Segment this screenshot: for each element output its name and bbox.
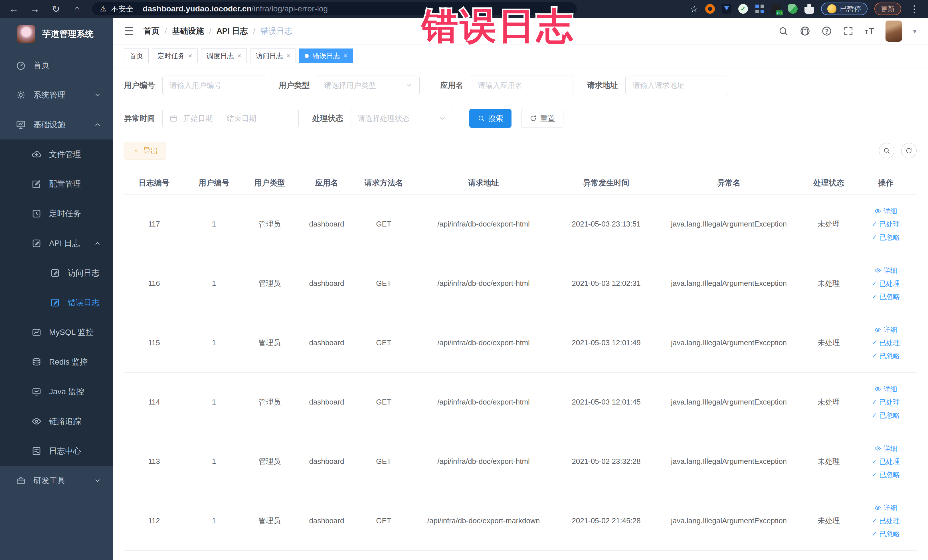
detail-link[interactable]: 详细	[875, 385, 897, 394]
extension-check-icon[interactable]	[738, 4, 748, 14]
mark-processed-link[interactable]: ✓已处理	[872, 279, 900, 288]
mark-processed-link[interactable]: ✓已处理	[872, 457, 900, 466]
fullscreen-icon[interactable]	[843, 26, 854, 37]
profile-paused-chip[interactable]: 已暂停	[821, 3, 867, 15]
help-icon[interactable]	[821, 26, 832, 37]
mark-processed-link[interactable]: ✓已处理	[872, 398, 900, 407]
reset-button[interactable]: 重置	[521, 109, 563, 128]
extension-leaf-icon[interactable]	[788, 4, 798, 14]
app-name-cell: dashboard	[295, 372, 358, 432]
mark-processed-link[interactable]: ✓已处理	[872, 338, 900, 348]
url-path: /infra/log/api-error-log	[252, 4, 328, 13]
monitor-icon	[16, 119, 26, 130]
search-icon[interactable]	[778, 26, 789, 37]
font-size-icon[interactable]: TT	[865, 26, 875, 36]
detail-link[interactable]: 详细	[875, 444, 897, 453]
mark-ignored-link[interactable]: ✓已忽略	[872, 292, 900, 301]
sidebar-item-file-management[interactable]: 文件管理	[0, 139, 113, 169]
browser-home-icon[interactable]: ⌂	[71, 3, 83, 15]
browser-reload-icon[interactable]: ↻	[50, 3, 62, 15]
browser-back-icon[interactable]: ←	[8, 3, 20, 15]
detail-link[interactable]: 详细	[875, 325, 897, 334]
detail-link[interactable]: 详细	[875, 266, 897, 275]
sidebar-item-trace[interactable]: 链路追踪	[0, 406, 113, 436]
hamburger-icon[interactable]: ☰	[124, 25, 134, 37]
not-secure-warning-icon[interactable]: ⚠	[100, 5, 107, 14]
request-url-field[interactable]	[625, 76, 728, 95]
tab-access-log[interactable]: 访问日志×	[250, 49, 296, 63]
sidebar-item-redis-monitor[interactable]: Redis 监控	[0, 347, 113, 377]
user-type-select[interactable]: 请选择用户类型	[317, 76, 420, 95]
user-avatar[interactable]	[885, 21, 902, 42]
export-button[interactable]: 导出	[124, 142, 166, 159]
tab-schedule-log[interactable]: 调度日志×	[201, 49, 247, 63]
app-name-field[interactable]	[471, 76, 573, 95]
mark-ignored-link[interactable]: ✓已忽略	[872, 411, 900, 420]
avatar-caret-icon[interactable]: ▾	[913, 27, 917, 36]
exception-name-cell: java.lang.IllegalArgumentException	[655, 432, 803, 491]
exception-name-cell: java.lang.IllegalArgumentException	[655, 254, 803, 313]
mark-ignored-link[interactable]: ✓已忽略	[872, 529, 900, 539]
bookmark-star-icon[interactable]: ☆	[690, 3, 698, 14]
extension-grid-icon[interactable]	[755, 4, 765, 14]
sidebar-item-home[interactable]: 首页	[0, 50, 113, 80]
request-url-input[interactable]	[632, 81, 721, 90]
exception-time-range-picker[interactable]: 开始日期 - 结束日期	[162, 109, 299, 128]
table-row: 113 1 管理员 dashboard GET /api/infra/db-do…	[124, 432, 917, 491]
process-status-select[interactable]: 请选择处理状态	[351, 109, 453, 128]
mark-ignored-link[interactable]: ✓已忽略	[872, 233, 900, 242]
breadcrumb-api-log[interactable]: API 日志	[217, 26, 248, 37]
browser-menu-icon[interactable]: ⋮	[908, 3, 920, 14]
sidebar-item-dev-tools[interactable]: 研发工具	[0, 466, 113, 496]
github-icon[interactable]	[800, 26, 810, 37]
operations-cell: 详细 ✓已处理 ✓已忽略	[855, 491, 917, 551]
sidebar-logo[interactable]: 芋道管理系统	[0, 18, 113, 50]
sidebar-item-scheduled-jobs[interactable]: 定时任务	[0, 199, 113, 229]
breadcrumb-error-log: 错误日志	[261, 26, 292, 37]
tab-error-log[interactable]: 错误日志×	[299, 49, 353, 63]
toggle-search-button[interactable]	[879, 143, 894, 158]
browser-forward-icon[interactable]: →	[29, 3, 41, 15]
mark-ignored-link[interactable]: ✓已忽略	[872, 351, 900, 360]
sidebar-item-error-log[interactable]: 错误日志	[0, 288, 113, 317]
user-id-field[interactable]	[162, 76, 265, 95]
column-header: 异常发生时间	[558, 171, 655, 195]
mark-ignored-link[interactable]: ✓已忽略	[872, 470, 900, 479]
browser-update-button[interactable]: 更新	[875, 3, 901, 15]
extension-shield-icon[interactable]	[722, 4, 731, 14]
sidebar-item-api-log[interactable]: API 日志	[0, 229, 113, 258]
sidebar-item-log-center[interactable]: 日志中心	[0, 436, 113, 466]
tab-home[interactable]: 首页	[124, 49, 149, 63]
search-button[interactable]: 搜索	[469, 109, 511, 128]
refresh-button[interactable]	[901, 143, 917, 158]
breadcrumb-home[interactable]: 首页	[143, 26, 159, 37]
sidebar-item-java-monitor[interactable]: Java 监控	[0, 377, 113, 406]
extension-switch-icon[interactable]	[771, 4, 781, 14]
sidebar-item-config-management[interactable]: 配置管理	[0, 169, 113, 199]
request-url-cell: /api/infra/db-doc/export-markdown	[409, 491, 558, 551]
detail-link[interactable]: 详细	[875, 503, 897, 512]
browser-toolbar: ← → ↻ ⌂ ⚠ 不安全 dashboard.yudao.iocoder.cn…	[0, 0, 928, 18]
extensions-puzzle-icon[interactable]	[804, 4, 814, 14]
sidebar-item-access-log[interactable]: 访问日志	[0, 258, 113, 288]
close-icon[interactable]: ×	[237, 52, 241, 60]
sidebar-item-system[interactable]: 系统管理	[0, 80, 113, 110]
request-url-cell: /api/infra/db-doc/export-html	[409, 195, 558, 254]
mark-processed-link[interactable]: ✓已处理	[872, 516, 900, 525]
close-icon[interactable]: ×	[343, 52, 348, 60]
address-bar[interactable]: ⚠ 不安全 dashboard.yudao.iocoder.cn/infra/l…	[92, 2, 577, 15]
sidebar-item-infrastructure[interactable]: 基础设施	[0, 110, 113, 139]
request-method-cell: GET	[358, 195, 409, 254]
tab-scheduled-jobs[interactable]: 定时任务×	[152, 49, 198, 63]
close-icon[interactable]: ×	[188, 52, 192, 60]
app-name-input[interactable]	[478, 81, 566, 90]
mark-processed-link[interactable]: ✓已处理	[872, 220, 900, 229]
extension-ring-icon[interactable]	[705, 4, 715, 14]
user-id-input[interactable]	[169, 81, 258, 90]
sidebar-item-mysql-monitor[interactable]: MySQL 监控	[0, 317, 113, 347]
close-icon[interactable]: ×	[286, 52, 290, 60]
breadcrumb-infrastructure[interactable]: 基础设施	[172, 26, 204, 37]
exception-name-cell: java.lang.IllegalArgumentException	[655, 491, 803, 551]
detail-link[interactable]: 详细	[875, 206, 897, 216]
breadcrumb: 首页 / 基础设施 / API 日志 / 错误日志	[143, 26, 292, 37]
